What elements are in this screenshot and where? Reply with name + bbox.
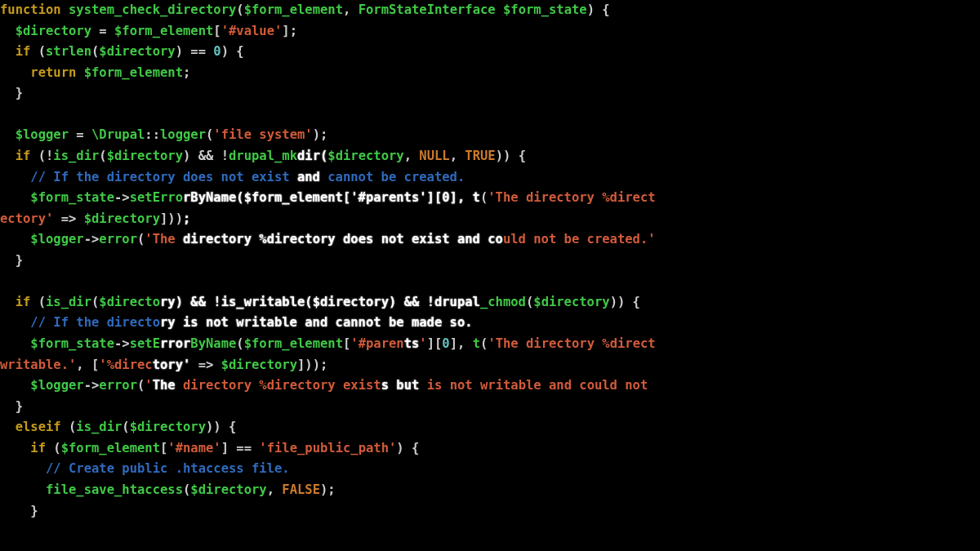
code-line-19: }: [0, 397, 980, 418]
code-line-11: $logger->error('The directory %directory…: [0, 229, 980, 251]
code-line-4: }: [0, 83, 980, 104]
code-line-10: ectory' => $directory]));: [0, 209, 980, 230]
code-line-16: $form_state->setErrorByName($form_elemen…: [0, 334, 980, 355]
code-line-5: [0, 104, 980, 126]
code-line-15: // If the directory is not writable and …: [0, 313, 980, 334]
code-line-6: $logger = \Drupal::logger('file system')…: [0, 125, 980, 146]
code-line-7: if (!is_dir($directory) && !drupal_mkdir…: [0, 146, 980, 167]
code-line-12: }: [0, 251, 980, 272]
code-line-23: file_save_htaccess($directory, FALSE);: [0, 480, 980, 501]
code-line-22: // Create public .htaccess file.: [0, 459, 980, 480]
code-line-1: $directory = $form_element['#value'];: [0, 21, 980, 42]
code-line-17: writable.', ['%directory' => $directory]…: [0, 355, 980, 376]
code-line-21: if ($form_element['#name'] == 'file_publ…: [0, 438, 980, 460]
code-line-20: elseif (is_dir($directory)) {: [0, 417, 980, 438]
code-line-24: }: [0, 501, 980, 522]
code-line-2: if (strlen($directory) == 0) {: [0, 42, 980, 63]
code-line-0: function system_check_directory($form_el…: [0, 0, 980, 21]
code-line-3: return $form_element;: [0, 63, 980, 84]
code-viewer: function system_check_directory($form_el…: [0, 0, 980, 522]
code-line-9: $form_state->setErrorByName($form_elemen…: [0, 188, 980, 209]
code-line-13: [0, 271, 980, 292]
code-line-14: if (is_dir($directory) && !is_writable($…: [0, 292, 980, 313]
code-line-18: $logger->error('The directory %directory…: [0, 375, 980, 397]
code-line-8: // If the directory does not exist and c…: [0, 167, 980, 189]
